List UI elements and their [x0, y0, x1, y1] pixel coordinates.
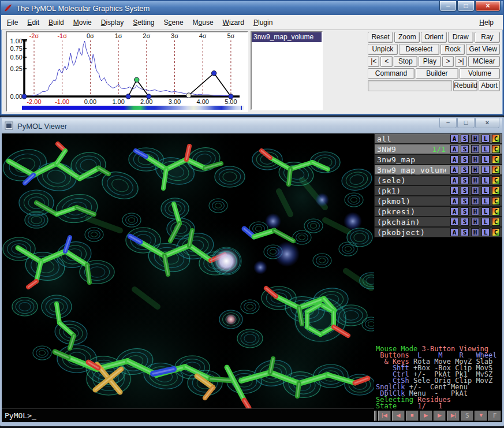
menu-build[interactable]: Build [44, 17, 69, 28]
object-row-pkmol[interactable]: (pkmol) ASHLC [374, 196, 502, 206]
vcr-menu-button[interactable]: ▼ [475, 411, 487, 421]
volume-histogram-chart[interactable]: -2σ-2.00-1σ-1.000σ0.001σ1.002σ2.003σ3.00… [7, 32, 246, 111]
viewer-close-icon[interactable]: × [475, 118, 499, 128]
viewer-maximize-icon[interactable]: □ [457, 118, 475, 128]
menu-movie[interactable]: Movie [69, 17, 96, 28]
state-indicator[interactable]: State 1/ 1 [376, 403, 501, 410]
ramp-control-point[interactable] [211, 70, 216, 75]
abort-button[interactable]: Abort [479, 80, 500, 91]
zoom-button[interactable]: Zoom [394, 32, 420, 43]
main-titlebar[interactable]: The PyMOL Molecular Graphics System – □ … [1, 1, 503, 15]
ramp-control-point[interactable] [126, 94, 130, 99]
movie-first-button[interactable]: |< [368, 56, 379, 67]
ramp-control-point[interactable] [229, 94, 233, 99]
viewport-scene[interactable] [2, 133, 374, 411]
object-row-3nw9[interactable]: 3NW91/1 ASHLC [374, 144, 502, 154]
label-button[interactable]: L [481, 218, 490, 226]
viewer-minimize-icon[interactable]: – [439, 118, 457, 128]
show-button[interactable]: S [461, 207, 469, 215]
show-button[interactable]: S [461, 155, 469, 163]
action-button[interactable]: A [450, 145, 458, 153]
action-button[interactable]: A [450, 187, 458, 195]
reset-button[interactable]: Reset [368, 32, 393, 43]
label-button[interactable]: L [481, 228, 490, 236]
volume-ramp-histogram-panel[interactable]: -2σ-2.00-1σ-1.000σ0.001σ1.002σ2.003σ3.00… [6, 31, 248, 112]
label-button[interactable]: L [481, 176, 490, 184]
draw-button[interactable]: Draw [448, 32, 473, 43]
deselect-button[interactable]: Deselect [399, 44, 440, 55]
hide-button[interactable]: H [471, 155, 479, 163]
label-button[interactable]: L [481, 145, 490, 153]
color-button[interactable]: C [492, 145, 500, 153]
object-row-3nw9-map[interactable]: 3nw9_map ASHLC [374, 154, 502, 165]
action-button[interactable]: A [450, 166, 458, 174]
show-button[interactable]: S [461, 218, 469, 226]
action-button[interactable]: A [450, 207, 458, 215]
show-button[interactable]: S [461, 197, 469, 205]
color-button[interactable]: C [492, 187, 500, 195]
rebuild-button[interactable]: Rebuild [453, 80, 477, 91]
vcr-stop-button[interactable]: ■ [406, 411, 419, 421]
vcr-play-button[interactable]: ▶ [420, 411, 432, 421]
object-row-sele[interactable]: (sele) ASHLC [374, 175, 502, 185]
ramp-control-point[interactable] [146, 94, 151, 99]
color-button[interactable]: C [492, 207, 500, 215]
hide-button[interactable]: H [471, 176, 479, 184]
volume-object-listbox[interactable]: 3nw9_map_volume [251, 31, 323, 110]
show-button[interactable]: S [461, 228, 469, 236]
object-row-3nw9-map-volume[interactable]: 3nw9_map_volume ASHLC [374, 165, 502, 175]
vcr-back-button[interactable]: ◀ [392, 411, 405, 421]
show-button[interactable]: S [461, 187, 469, 195]
command-input[interactable]: PyMOL>_ [2, 408, 374, 422]
color-button[interactable]: C [492, 135, 500, 143]
color-button[interactable]: C [492, 197, 500, 205]
action-button[interactable]: A [450, 197, 458, 205]
show-button[interactable]: S [461, 166, 469, 174]
vcr-fullscreen-button[interactable]: F [488, 411, 501, 421]
menu-mouse[interactable]: Mouse [188, 17, 218, 28]
object-row-pkresi[interactable]: (pkresi) ASHLC [374, 206, 502, 217]
menu-wizard[interactable]: Wizard [218, 17, 249, 28]
volume-button[interactable]: Volume [460, 68, 500, 79]
show-button[interactable]: S [461, 176, 469, 184]
get-view-button[interactable]: Get View [466, 44, 500, 55]
label-button[interactable]: L [481, 207, 490, 215]
hide-button[interactable]: H [471, 187, 479, 195]
movie-back-button[interactable]: < [380, 56, 392, 67]
label-button[interactable]: L [481, 197, 490, 205]
action-button[interactable]: A [450, 135, 458, 143]
maximize-icon[interactable]: □ [457, 1, 475, 12]
molecular-viewport[interactable]: PyMOL>_ [2, 133, 374, 422]
hide-button[interactable]: H [471, 218, 479, 226]
action-button[interactable]: A [450, 218, 458, 226]
color-button[interactable]: C [492, 155, 500, 163]
command-button[interactable]: Command [368, 68, 415, 79]
hide-button[interactable]: H [471, 166, 479, 174]
label-button[interactable]: L [481, 135, 490, 143]
object-row-pk1[interactable]: (pk1) ASHLC [374, 185, 502, 196]
mclear-button[interactable]: MClear [468, 56, 500, 67]
movie-fwd-button[interactable]: > [442, 56, 454, 67]
color-button[interactable]: C [492, 228, 500, 236]
show-button[interactable]: S [461, 145, 469, 153]
object-row-all[interactable]: all ASHLC [374, 133, 502, 144]
hide-button[interactable]: H [471, 207, 479, 215]
label-button[interactable]: L [481, 187, 490, 195]
menu-scene[interactable]: Scene [159, 17, 188, 28]
stop-button[interactable]: Stop [394, 56, 417, 67]
object-row-pkobject[interactable]: (pkobject) ASHLC [374, 227, 502, 237]
vcr-first-button[interactable]: |◀ [378, 411, 391, 421]
menu-plugin[interactable]: Plugin [249, 17, 277, 28]
object-row-pkchain[interactable]: (pkchain) ASHLC [374, 217, 502, 227]
viewer-titlebar[interactable]: PyMOL Viewer – □ × [2, 118, 502, 133]
ramp-control-point[interactable] [186, 93, 191, 98]
menu-display[interactable]: Display [96, 17, 128, 28]
menu-edit[interactable]: Edit [23, 17, 44, 28]
listbox-item-selected[interactable]: 3nw9_map_volume [252, 32, 322, 42]
orient-button[interactable]: Orient [421, 32, 446, 43]
action-button[interactable]: A [450, 155, 458, 163]
show-button[interactable]: S [461, 135, 469, 143]
color-button[interactable]: C [492, 166, 500, 174]
minimize-icon[interactable]: – [439, 1, 457, 12]
ramp-control-point[interactable] [135, 77, 139, 82]
